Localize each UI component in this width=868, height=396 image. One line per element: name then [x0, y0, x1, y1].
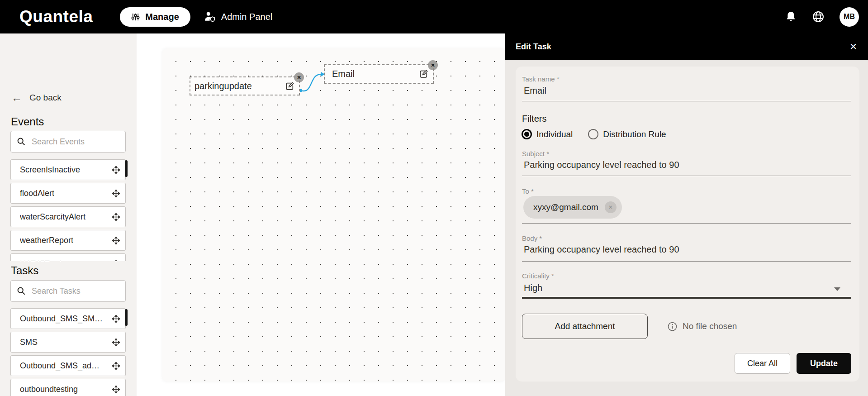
task-item[interactable]: Outbound_SMS_ad…: [10, 355, 126, 376]
criticality-label: Criticality *: [522, 272, 554, 280]
events-scrollbar-thumb[interactable]: [125, 160, 128, 177]
node-parkingupdate[interactable]: parkingupdate ✕: [190, 76, 300, 95]
body-input[interactable]: Parking occupancy level reached to 90: [524, 244, 679, 255]
drag-handle-icon[interactable]: [112, 260, 120, 262]
task-item-label: SMS: [20, 338, 38, 347]
drag-handle-icon[interactable]: [112, 362, 120, 370]
to-underline: [522, 223, 851, 224]
back-arrow-icon: ←: [11, 92, 22, 103]
radio-individual-label: Individual: [536, 129, 573, 139]
left-sidebar: ← Go back Events ScreenIsInactive: [0, 33, 137, 396]
event-item[interactable]: floodAlert: [10, 183, 126, 204]
drag-handle-icon[interactable]: [112, 386, 120, 393]
task-item-label: Outbound_SMS_ad…: [20, 361, 100, 371]
quantela-logo[interactable]: Quantela: [19, 7, 93, 26]
event-item[interactable]: weatherReport: [10, 230, 126, 251]
header-right: MB: [785, 7, 868, 27]
task-item[interactable]: Outbound_SMS_SM…: [10, 308, 126, 329]
admin-user-icon: [204, 11, 216, 22]
manage-button[interactable]: Manage: [120, 7, 190, 27]
sliders-icon: [131, 13, 140, 21]
task-item-label: Outbound_SMS_SM…: [20, 314, 103, 324]
clear-all-button[interactable]: Clear All: [735, 353, 790, 374]
node-label: parkingupdate: [194, 81, 285, 91]
body-underline: [522, 261, 851, 262]
add-attachment-button[interactable]: Add attachment: [522, 314, 648, 339]
edit-node-icon[interactable]: [419, 69, 428, 79]
radio-distribution-rule[interactable]: [588, 129, 598, 139]
task-item-label: outboundtesting: [20, 385, 78, 394]
remove-recipient-icon[interactable]: ✕: [605, 201, 617, 213]
go-back-label: Go back: [29, 93, 62, 103]
event-item-label: waterScarcityAlert: [20, 212, 85, 222]
criticality-select[interactable]: High: [524, 283, 542, 293]
search-icon: [17, 286, 26, 296]
edit-task-form: Task name * Email Filters Individual Dis…: [516, 67, 859, 382]
edit-task-panel: Edit Task ✕ Task name * Email Filters In…: [505, 33, 868, 396]
drag-handle-icon[interactable]: [112, 237, 120, 244]
tasks-list: Outbound_SMS_SM… SMS: [10, 308, 127, 396]
events-list: ScreenIsInactive floodAlert: [10, 159, 127, 261]
events-search-input[interactable]: [31, 137, 119, 147]
delete-node-icon[interactable]: ✕: [428, 60, 438, 70]
subject-label: Subject *: [522, 150, 549, 157]
recipient-chip[interactable]: xyxy@gmail.com ✕: [523, 196, 622, 219]
user-avatar[interactable]: MB: [840, 7, 859, 27]
body-label: Body *: [522, 234, 542, 242]
node-email[interactable]: Email ✕: [324, 64, 434, 84]
avatar-initials: MB: [844, 13, 855, 21]
info-icon: [668, 322, 677, 331]
event-item[interactable]: ScreenIsInactive: [10, 159, 126, 180]
admin-panel-button[interactable]: Admin Panel: [204, 11, 272, 22]
task-item[interactable]: outboundtesting: [10, 379, 126, 396]
search-icon: [17, 137, 26, 146]
criticality-underline: [522, 297, 851, 299]
drag-handle-icon[interactable]: [112, 213, 120, 221]
chevron-down-icon[interactable]: [834, 287, 840, 291]
file-status-text: No file chosen: [683, 321, 737, 331]
subject-input[interactable]: Parking occupancy level reached to 90: [524, 160, 679, 170]
task-item[interactable]: SMS: [10, 332, 126, 353]
event-item-label: ScreenIsInactive: [20, 165, 80, 175]
drag-handle-icon[interactable]: [112, 166, 120, 174]
events-heading: Events: [11, 115, 44, 128]
admin-panel-label: Admin Panel: [221, 12, 272, 22]
subject-underline: [522, 176, 851, 176]
file-status-row: No file chosen: [668, 314, 737, 339]
task-name-underline: [522, 101, 851, 101]
to-label: To *: [522, 187, 534, 195]
event-item[interactable]: waterScarcityAlert: [10, 206, 126, 227]
filters-heading: Filters: [522, 114, 546, 124]
notifications-bell-icon[interactable]: [785, 10, 797, 23]
manage-label: Manage: [145, 12, 179, 22]
event-item-label: weatherReport: [20, 236, 73, 245]
recipient-chip-label: xyxy@gmail.com: [533, 202, 598, 212]
tasks-search: [10, 280, 126, 302]
go-back-link[interactable]: ← Go back: [11, 92, 62, 103]
event-item[interactable]: UAT45Testing: [10, 253, 126, 261]
update-button[interactable]: Update: [797, 353, 851, 374]
panel-title: Edit Task: [516, 42, 551, 52]
top-bar: Quantela Manage Admin Panel: [0, 0, 868, 33]
panel-actions: Clear All Update: [735, 353, 851, 374]
node-connector-wire: [162, 48, 505, 382]
event-item-label: floodAlert: [20, 189, 54, 198]
drag-handle-icon[interactable]: [112, 315, 120, 323]
workflow-canvas[interactable]: parkingupdate ✕ Email ✕: [162, 48, 505, 382]
drag-handle-icon[interactable]: [112, 190, 120, 197]
tasks-search-input[interactable]: [31, 286, 119, 296]
radio-individual[interactable]: [522, 129, 532, 139]
tasks-scrollbar-thumb[interactable]: [125, 309, 128, 326]
close-panel-icon[interactable]: ✕: [849, 42, 857, 51]
events-search: [10, 131, 126, 153]
language-globe-icon[interactable]: [812, 10, 825, 23]
event-item-label: UAT45Testing: [20, 259, 71, 262]
task-name-label: Task name *: [522, 75, 560, 83]
delete-node-icon[interactable]: ✕: [294, 72, 304, 82]
panel-header: Edit Task ✕: [505, 33, 868, 60]
drag-handle-icon[interactable]: [112, 339, 120, 346]
node-label: Email: [332, 69, 419, 79]
task-name-input[interactable]: Email: [524, 86, 546, 96]
tasks-heading: Tasks: [11, 264, 38, 277]
edit-node-icon[interactable]: [285, 81, 294, 91]
